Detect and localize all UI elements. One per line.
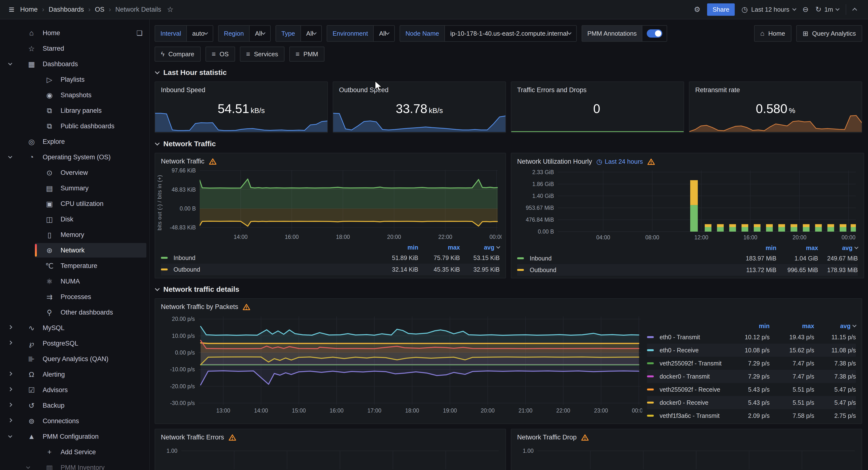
node-name-select[interactable]: ip-10-178-1-40.us-east-2.compute.interna… xyxy=(444,25,577,42)
sidebar-item-query-analytics-qan[interactable]: ⊪ Query Analytics (QAN) xyxy=(0,351,149,367)
sidebar-item-starred[interactable]: ☆ Starred xyxy=(0,41,149,56)
series-label[interactable]: docker0 - Transmit xyxy=(660,373,725,380)
sidebar-item-cpu-utilization[interactable]: ▣ CPU utilization xyxy=(0,196,149,211)
series-label[interactable]: Outbound xyxy=(174,266,377,273)
sidebar-item-temperature[interactable]: ℃ Temperature xyxy=(0,258,149,273)
collapse-kiosk-caret-up-icon[interactable] xyxy=(852,8,857,12)
warning-icon[interactable] xyxy=(209,158,217,165)
dashboard-settings-gear-icon[interactable]: ⚙ xyxy=(694,6,701,13)
sidebar-item-overview[interactable]: ⊙ Overview xyxy=(0,165,149,180)
chevron-down-icon[interactable] xyxy=(8,434,12,438)
sidebar-item-mysql[interactable]: ∿ MySQL xyxy=(0,320,149,336)
hamburger-menu-icon[interactable]: ≡ xyxy=(9,5,14,14)
sidebar-item-dashboards[interactable]: ▦ Dashboards xyxy=(0,56,149,72)
node-name-label[interactable]: Node Name xyxy=(400,25,444,42)
panel-title[interactable]: Inbound Speed xyxy=(161,86,205,94)
warning-icon[interactable] xyxy=(243,303,250,311)
chevron-right-icon[interactable] xyxy=(8,325,12,329)
sidebar-item-disk[interactable]: ◫ Disk xyxy=(0,211,149,227)
sidebar-item-other-dashboards[interactable]: ⚲ Other dashboards xyxy=(0,304,149,320)
type-label[interactable]: Type xyxy=(276,25,300,42)
os-menu-button[interactable]: ≡OS xyxy=(206,47,235,62)
chevron-down-icon[interactable] xyxy=(8,154,12,158)
star-favorite-icon[interactable]: ☆ xyxy=(167,6,174,13)
sidebar-item-explore[interactable]: ◎ Explore xyxy=(0,134,149,149)
interval-select[interactable]: auto xyxy=(186,25,213,42)
chevron-right-icon[interactable] xyxy=(8,418,12,422)
interval-label[interactable]: Interval xyxy=(155,25,186,42)
breadcrumb-os[interactable]: OS xyxy=(95,6,104,13)
refresh-picker[interactable]: ↻ 1m xyxy=(815,6,839,13)
series-label[interactable]: veth255092f - Transmit xyxy=(660,360,725,367)
sidebar-item-pmm-inventory[interactable]: ▥ PMM Inventory xyxy=(0,460,149,470)
chevron-right-icon[interactable] xyxy=(8,341,12,345)
share-button[interactable]: Share xyxy=(707,3,735,16)
sidebar-item-advisors[interactable]: ☑ Advisors xyxy=(0,382,149,398)
series-label[interactable]: vethf1f3a6c - Transmit xyxy=(660,412,725,419)
sidebar-item-snapshots[interactable]: ◉ Snapshots xyxy=(0,87,149,103)
series-label[interactable]: veth255092f - Receive xyxy=(660,386,725,393)
section-last-hour-statistic[interactable]: Last Hour statistic xyxy=(156,68,862,77)
panel-title[interactable]: Network Traffic Drop xyxy=(517,434,577,441)
sidebar-item-memory[interactable]: ▯ Memory xyxy=(0,227,149,242)
section-network-traffic[interactable]: Network Traffic xyxy=(156,140,862,148)
sidebar-item-summary[interactable]: ▤ Summary xyxy=(0,180,149,196)
series-label[interactable]: eth0 - Transmit xyxy=(660,334,725,341)
sidebar-item-library-panels[interactable]: ⧉ Library panels xyxy=(0,103,149,118)
sidebar-item-backup[interactable]: ↺ Backup xyxy=(0,398,149,413)
chevron-right-icon[interactable] xyxy=(8,387,12,391)
chevron-right-icon[interactable] xyxy=(8,403,12,407)
sidebar-item-add-service[interactable]: + Add Service xyxy=(0,444,149,460)
sidebar-item-public-dashboards[interactable]: ⧉ Public dashboards xyxy=(0,118,149,134)
sidebar-item-playlists[interactable]: ▷ Playlists xyxy=(0,72,149,87)
series-label[interactable]: docker0 - Receive xyxy=(660,399,725,406)
breadcrumb-dashboards[interactable]: Dashboards xyxy=(49,6,84,13)
query-analytics-button[interactable]: ⊞ Query Analytics xyxy=(796,25,862,42)
sidebar-item-home[interactable]: ⌂ Home ❏ xyxy=(0,25,149,41)
warning-icon[interactable] xyxy=(581,434,589,441)
region-label[interactable]: Region xyxy=(218,25,249,42)
chevron-down-icon[interactable] xyxy=(8,61,12,65)
type-select[interactable]: All xyxy=(301,25,322,42)
series-color-swatch xyxy=(647,362,654,364)
environment-select[interactable]: All xyxy=(373,25,395,42)
pmm-menu-button[interactable]: ≡PMM xyxy=(289,47,324,62)
sidebar-item-network[interactable]: ⊛ Network xyxy=(0,242,149,258)
panel-title[interactable]: Network Traffic Errors xyxy=(161,434,224,441)
services-menu-button[interactable]: ≡Services xyxy=(240,47,284,62)
pmm-annotations-toggle[interactable] xyxy=(642,25,667,42)
compare-button[interactable]: ϟCompare xyxy=(155,47,200,62)
zoom-out-icon[interactable]: ⊖ xyxy=(803,6,809,13)
sidebar-item-pmm-configuration[interactable]: ▲ PMM Configuration xyxy=(0,429,149,444)
breadcrumb-home[interactable]: Home xyxy=(20,6,37,13)
time-range-picker[interactable]: ◷ Last 12 hours xyxy=(742,6,796,13)
panel-title[interactable]: Traffic Errors and Drops xyxy=(517,86,587,94)
sidebar-item-alerting[interactable]: Ω Alerting xyxy=(0,367,149,382)
panel-title[interactable]: Network Traffic xyxy=(161,158,205,165)
panel-title[interactable]: Retransmit rate xyxy=(695,86,740,94)
collapse-panel-icon[interactable]: ❏ xyxy=(136,29,143,37)
series-color-swatch xyxy=(517,257,524,259)
chevron-down-icon[interactable] xyxy=(26,465,30,469)
time-override-badge[interactable]: ◷ Last 24 hours xyxy=(596,158,643,166)
panel-title[interactable]: Network Traffic by Packets xyxy=(161,303,238,311)
panel-title[interactable]: Network Utilization Hourly xyxy=(517,158,592,166)
home-dashboard-button[interactable]: ⌂ Home xyxy=(754,25,792,42)
warning-icon[interactable] xyxy=(647,158,655,166)
warning-icon[interactable] xyxy=(228,434,236,441)
section-network-traffic-details[interactable]: Network traffic details xyxy=(156,285,862,293)
panel-title[interactable]: Outbound Speed xyxy=(339,86,389,94)
sidebar-item-processes[interactable]: ⇉ Processes xyxy=(0,289,149,304)
chevron-right-icon[interactable] xyxy=(8,372,12,376)
series-label[interactable]: Inbound xyxy=(530,255,735,262)
sidebar-item-connections[interactable]: ⊚ Connections xyxy=(0,413,149,429)
series-label[interactable]: Outbound xyxy=(530,267,735,273)
sidebar-item-label: Query Analytics (QAN) xyxy=(43,355,108,363)
series-label[interactable]: eth0 - Receive xyxy=(660,347,725,354)
sidebar-item-operating-system-os[interactable]: ◔ Operating System (OS) xyxy=(0,149,149,165)
environment-label[interactable]: Environment xyxy=(327,25,373,42)
sidebar-item-postgresql[interactable]: ℘ PostgreSQL xyxy=(0,336,149,351)
region-select[interactable]: All xyxy=(249,25,271,42)
series-label[interactable]: Inbound xyxy=(174,255,377,261)
sidebar-item-numa[interactable]: ⚛ NUMA xyxy=(0,273,149,289)
